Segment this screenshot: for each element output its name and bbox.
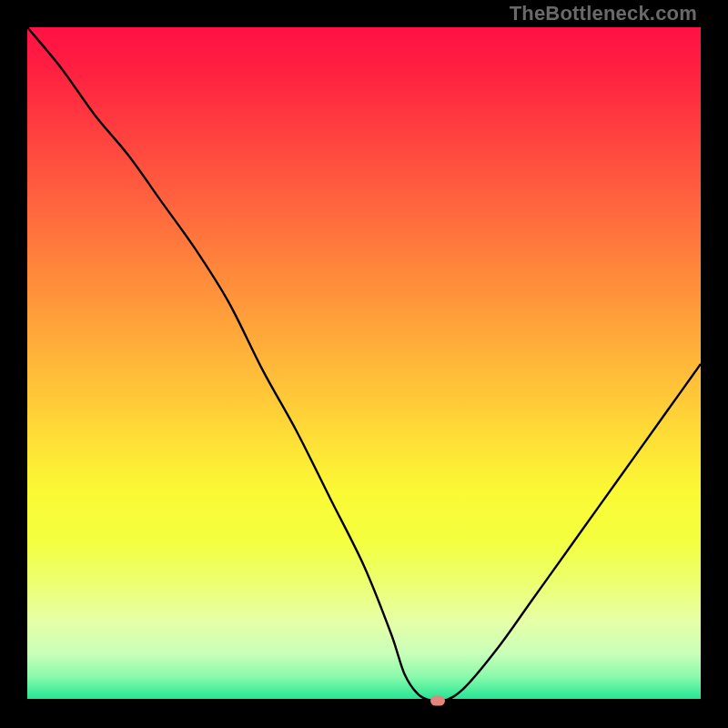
plot-area [27, 27, 701, 701]
curve-layer [27, 27, 701, 701]
baseline [27, 699, 701, 701]
bottleneck-curve [27, 27, 701, 701]
optimal-marker [430, 696, 445, 706]
watermark: TheBottleneck.com [510, 2, 697, 25]
